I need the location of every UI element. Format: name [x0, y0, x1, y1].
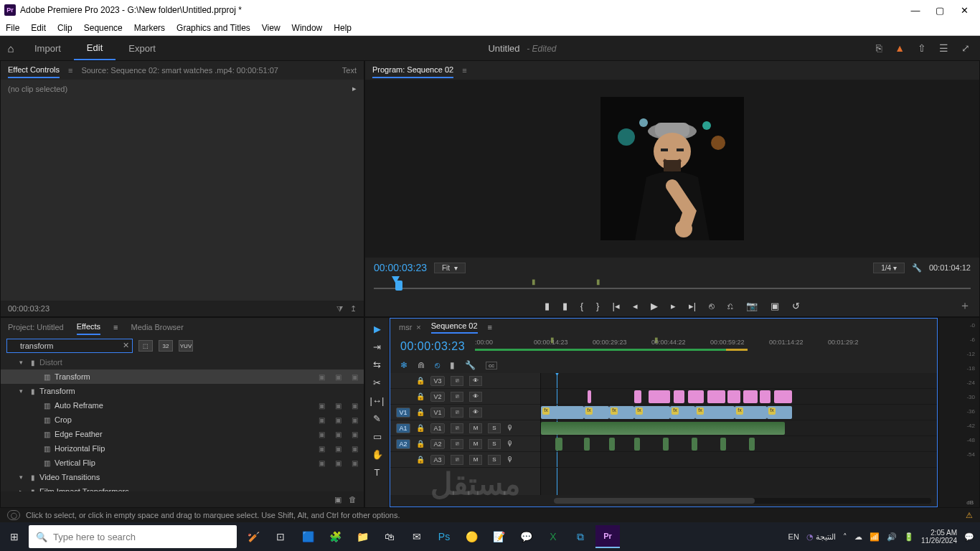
creative-cloud-icon[interactable]: ◯: [7, 510, 20, 520]
menu-help[interactable]: Help: [334, 23, 352, 33]
effects-tree[interactable]: ▾▮Distort▥Transform▣▣▣▾▮Transform▥Auto R…: [1, 355, 364, 491]
start-button[interactable]: ⊞: [0, 531, 29, 542]
timeline-clip[interactable]: fx: [609, 406, 634, 419]
settings-icon[interactable]: 🔧: [465, 360, 476, 370]
tray-battery-icon[interactable]: 🔋: [904, 532, 914, 542]
tab-effect-controls[interactable]: Effect Controls: [8, 62, 60, 78]
prev-frame-icon[interactable]: ◂: [633, 301, 638, 311]
status-warning-icon[interactable]: ⚠: [966, 511, 973, 520]
tray-wifi-icon[interactable]: 📶: [870, 532, 880, 542]
go-in-icon[interactable]: {: [580, 301, 583, 311]
timeline-clip[interactable]: fx: [634, 406, 670, 419]
timeline-clip[interactable]: [588, 390, 591, 403]
tab-media-browser[interactable]: Media Browser: [131, 320, 184, 334]
panel-menu-icon[interactable]: ≡: [68, 66, 72, 75]
program-ruler[interactable]: ▮ ▮: [374, 278, 971, 295]
resolution-dropdown[interactable]: 1/4 ▾: [873, 263, 905, 273]
program-playhead[interactable]: [395, 281, 402, 291]
timeline-clip[interactable]: [743, 390, 758, 403]
workspace-export[interactable]: Export: [116, 36, 169, 60]
timeline-scrollbar[interactable]: [554, 498, 931, 504]
clear-search-icon[interactable]: ✕: [123, 341, 129, 350]
tab-project[interactable]: Project: Untitled: [8, 320, 64, 334]
timeline-audio-clip[interactable]: [634, 438, 640, 451]
track-header-a2[interactable]: A2🔒A2⎚MS🎙: [390, 436, 540, 452]
panel-menu-icon[interactable]: ≡: [462, 66, 466, 75]
new-bin-icon[interactable]: ▣: [334, 495, 341, 504]
timeline-ruler[interactable]: ▮ ▮ :00:0000:00:14:2300:00:29:2300:00:44…: [475, 336, 937, 357]
taskbar-app[interactable]: 📁: [350, 525, 374, 548]
tray-onedrive-icon[interactable]: ☁: [854, 532, 862, 542]
mark-out-icon[interactable]: ▮: [562, 301, 567, 311]
track-header-v3[interactable]: 🔒V3⎚👁: [390, 373, 540, 389]
timeline-clip[interactable]: fx: [735, 406, 767, 419]
export-frame-icon[interactable]: 📷: [746, 301, 758, 311]
zoom-fit-dropdown[interactable]: Fit▾: [434, 263, 466, 273]
quick-export-icon[interactable]: ⎘: [876, 42, 882, 54]
cc-icon[interactable]: cc: [486, 362, 497, 369]
taskbar-lang[interactable]: EN: [788, 532, 799, 541]
next-frame-icon[interactable]: ▸: [671, 301, 676, 311]
tab-effects[interactable]: Effects: [77, 319, 100, 335]
effects-preset[interactable]: ▥Auto Reframe▣▣▣: [1, 398, 364, 413]
timeline-audio-clip[interactable]: [584, 438, 590, 451]
slip-tool-icon[interactable]: |↔|: [370, 395, 385, 406]
track-headers[interactable]: 🔒V3⎚👁🔒V2⎚👁V1🔒V1⎚👁A1🔒A1⎚MS🎙A2🔒A2⎚MS🎙🔒A3⎚M…: [390, 373, 541, 495]
taskbar-premiere[interactable]: Pr: [595, 525, 620, 548]
timeline-tc[interactable]: 00:00:03:23: [390, 340, 475, 353]
marker-add-icon[interactable]: ▮: [450, 360, 455, 370]
step-back-icon[interactable]: |◂: [612, 301, 619, 311]
filter-icon[interactable]: ⧩: [336, 304, 343, 314]
play-icon[interactable]: ▶: [651, 301, 658, 311]
program-video-area[interactable]: [365, 80, 979, 258]
track-header-a3[interactable]: 🔒A3⎚MS🎙: [390, 452, 540, 468]
menu-edit[interactable]: Edit: [31, 23, 46, 33]
ripple-tool-icon[interactable]: ⇆: [373, 359, 381, 370]
timeline-clip[interactable]: fx: [584, 406, 609, 419]
tray-chevron-icon[interactable]: ˄: [843, 532, 847, 542]
share-out-icon[interactable]: ↥: [350, 304, 357, 314]
taskbar-app[interactable]: Ps: [432, 525, 456, 548]
taskbar-app[interactable]: 💬: [514, 525, 538, 548]
track-header-v2[interactable]: 🔒V2⎚👁: [390, 389, 540, 405]
timeline-tab-seq02[interactable]: Sequence 02: [431, 321, 478, 334]
timeline-tab-msr[interactable]: msr: [399, 323, 412, 331]
taskbar-app[interactable]: 🏏: [241, 525, 265, 548]
timeline-clip[interactable]: [727, 390, 740, 403]
go-out-icon[interactable]: }: [596, 301, 599, 311]
trash-icon[interactable]: 🗑: [349, 495, 357, 504]
ripple-icon[interactable]: ↺: [792, 301, 800, 311]
track-select-tool-icon[interactable]: ⇥: [373, 342, 381, 352]
settings-icon[interactable]: 🔧: [912, 263, 922, 273]
timeline-clip[interactable]: [774, 390, 792, 403]
menu-clip[interactable]: Clip: [57, 23, 72, 33]
accelerated-badge[interactable]: ⬚: [138, 340, 153, 352]
taskbar-app[interactable]: ⧉: [568, 525, 593, 548]
taskbar-app[interactable]: 📝: [486, 525, 511, 548]
magnet-icon[interactable]: ⋒: [418, 360, 425, 370]
timeline-clip[interactable]: [674, 390, 684, 403]
taskbar-app[interactable]: 🛍: [377, 525, 402, 548]
effects-preset[interactable]: ▥Crop▣▣▣: [1, 413, 364, 427]
mark-in-icon[interactable]: ▮: [545, 301, 550, 311]
taskbar-app[interactable]: ✉: [405, 525, 429, 548]
rectangle-tool-icon[interactable]: ▭: [373, 431, 382, 442]
lift-icon[interactable]: ⎋: [709, 301, 715, 311]
snap-icon[interactable]: ❄: [400, 360, 407, 370]
timeline-audio-clip[interactable]: [720, 438, 726, 451]
tray-notifications-icon[interactable]: 💬: [964, 532, 974, 542]
workspace-import[interactable]: Import: [22, 36, 74, 60]
tray-volume-icon[interactable]: 🔊: [887, 532, 897, 542]
add-button-icon[interactable]: ＋: [959, 298, 971, 314]
effects-folder[interactable]: ▾▮Transform: [1, 384, 364, 398]
timeline-clip[interactable]: fx: [695, 406, 735, 419]
taskbar-clock[interactable]: 2:05 AM11/26/2024: [921, 529, 957, 545]
menu-window[interactable]: Window: [292, 23, 323, 33]
timeline-clip[interactable]: fx: [541, 406, 584, 419]
window-close[interactable]: ✕: [958, 5, 970, 16]
effects-folder[interactable]: ▾▮Video Transitions: [1, 470, 364, 484]
timeline-clip[interactable]: [707, 390, 725, 403]
marker-icon[interactable]: ▮: [596, 278, 600, 286]
effects-preset[interactable]: ▥Transform▣▣▣: [1, 369, 364, 384]
timeline-audio-clip[interactable]: [692, 438, 697, 451]
